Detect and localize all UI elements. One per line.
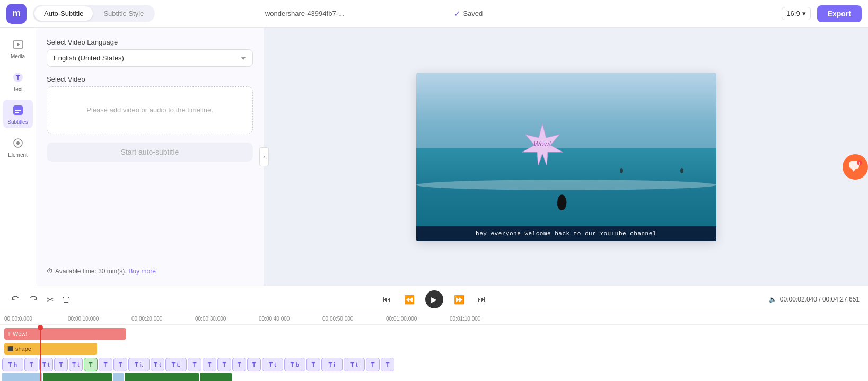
current-time: 00:00:02.040 / 00:04:27.651 <box>780 296 860 303</box>
t-clip-label: T i. <box>135 361 143 368</box>
t-clip-15[interactable]: T <box>247 358 261 371</box>
tab-auto-subtitle[interactable]: Auto-Subtitle <box>34 6 93 21</box>
bottom-area: ✂ 🗑 ⏮ ⏪ ▶ ⏩ ⏭ 🔈 00:00:02.040 / 00:04:27.… <box>0 286 868 381</box>
t-clip-10[interactable]: T t. <box>165 358 187 371</box>
tab-subtitle-style[interactable]: Subtitle Style <box>94 6 153 21</box>
bar-seg-green-3 <box>200 373 232 381</box>
undo-button[interactable] <box>8 293 22 306</box>
export-button[interactable]: Export <box>817 5 862 22</box>
subtitles-icon <box>11 103 25 118</box>
bar-seg-blue-1 <box>2 373 42 381</box>
media-icon <box>11 37 25 52</box>
t-clip-3[interactable]: T <box>54 358 68 371</box>
timeline-ruler: 00:00:0.000 00:00:10.000 00:00:20.000 00… <box>0 313 868 325</box>
chat-support-icon[interactable]: ! <box>843 154 868 180</box>
t-clip-20[interactable]: T t <box>344 358 365 371</box>
video-frame: Wow! hey everyone welcome back to our Yo… <box>416 73 716 241</box>
t-clip-label: T <box>119 361 122 368</box>
t-clip-2[interactable]: T t <box>39 358 53 371</box>
buy-more-link[interactable]: Buy more <box>129 268 156 275</box>
tick-7: 00:01:10.000 <box>450 316 513 322</box>
t-clip-5[interactable]: T <box>84 358 98 371</box>
t-clip-19[interactable]: T i <box>321 358 343 371</box>
delete-button[interactable]: 🗑 <box>60 293 73 306</box>
t-clip-8[interactable]: T i. <box>128 358 150 371</box>
clip-wow[interactable]: T Wow! <box>4 328 126 340</box>
t-clip-11[interactable]: T <box>188 358 201 371</box>
tick-3: 00:00:30.000 <box>195 316 259 322</box>
skip-to-start-button[interactable]: ⏮ <box>381 293 393 306</box>
text-icon: T <box>11 70 25 85</box>
t-clip-7[interactable]: T <box>113 358 127 371</box>
collapse-panel-button[interactable]: ‹ <box>259 147 269 166</box>
t-clip-label: T t <box>72 361 79 368</box>
play-button[interactable]: ▶ <box>425 290 443 308</box>
sidebar-item-media[interactable]: Media <box>3 34 33 63</box>
fast-forward-button[interactable]: ⏩ <box>452 293 467 307</box>
tick-5: 00:00:50.000 <box>322 316 386 322</box>
rewind-button[interactable]: ⏪ <box>402 293 417 307</box>
skip-to-end-button[interactable]: ⏭ <box>475 293 488 306</box>
top-bar: m Auto-Subtitle Subtitle Style wondersha… <box>0 0 868 28</box>
select-language-section: Select Video Language English (United St… <box>47 38 253 67</box>
video-placeholder-text: Please add video or audio to the timelin… <box>86 105 213 116</box>
t-clip-18[interactable]: T <box>306 358 320 371</box>
t-clip-9[interactable]: T t <box>151 358 164 371</box>
t-clip-14[interactable]: T <box>232 358 246 371</box>
t-clip-4[interactable]: T t <box>69 358 83 371</box>
sidebar-item-text[interactable]: T Text <box>3 67 33 95</box>
available-time: ⏱ Available time: 30 min(s). Buy more <box>47 268 253 275</box>
sidebar-item-media-label: Media <box>11 54 25 59</box>
sidebar-item-element[interactable]: Element <box>3 132 33 161</box>
video-drop-area[interactable]: Please add video or audio to the timelin… <box>47 86 253 134</box>
t-clip-13[interactable]: T <box>217 358 231 371</box>
svg-marker-1 <box>17 43 20 46</box>
aspect-ratio-selector[interactable]: 16:9 ▾ <box>782 7 810 20</box>
chevron-down-icon: ▾ <box>802 10 806 17</box>
redo-button[interactable] <box>27 293 40 306</box>
start-autosubtitle-button[interactable]: Start auto-subtitle <box>47 143 253 162</box>
t-clip-label: T t <box>42 361 49 368</box>
tick-4: 00:00:40.000 <box>259 316 322 322</box>
sidebar-item-subtitles[interactable]: Subtitles <box>3 100 33 128</box>
available-time-text: Available time: 30 min(s). <box>55 268 127 275</box>
preview-area: Wow! hey everyone welcome back to our Yo… <box>264 28 868 286</box>
t-clip-21[interactable]: T <box>366 358 380 371</box>
saved-badge: ✓ Saved <box>454 9 483 19</box>
t-clip-16[interactable]: T t <box>262 358 283 371</box>
select-language-label: Select Video Language <box>47 38 253 46</box>
svg-text:T: T <box>16 74 20 82</box>
t-clip-22[interactable]: T <box>381 358 394 371</box>
bottom-bar-track <box>0 373 868 381</box>
tick-6: 00:01:00.000 <box>386 316 450 322</box>
t-clip-label: T <box>89 361 93 368</box>
t-clip-label: T <box>223 361 226 368</box>
cut-button[interactable]: ✂ <box>45 293 56 307</box>
t-clip-1[interactable]: T <box>24 358 38 371</box>
bar-seg-green-2 <box>125 373 199 381</box>
t-clip-6[interactable]: T <box>99 358 112 371</box>
svg-text:!: ! <box>859 162 860 165</box>
wave-foam <box>416 180 716 190</box>
tick-2: 00:00:20.000 <box>131 316 195 322</box>
logo-button[interactable]: m <box>6 4 27 24</box>
t-clip-17[interactable]: T b <box>284 358 305 371</box>
t-clip-label: T <box>30 361 33 368</box>
t-clip-label: T <box>238 361 241 368</box>
volume-icon: 🔈 <box>769 296 777 303</box>
t-clip-12[interactable]: T <box>203 358 216 371</box>
left-panel: Select Video Language English (United St… <box>36 28 264 286</box>
t-clip-label: T t. <box>172 361 181 368</box>
sidebar-item-text-label: Text <box>13 86 22 92</box>
language-select[interactable]: English (United States) <box>47 49 253 67</box>
clip-shape[interactable]: ⬛ shape <box>4 343 97 355</box>
file-name: wondershare-43994fb7-... <box>161 10 448 17</box>
playback-controls: ✂ 🗑 ⏮ ⏪ ▶ ⏩ ⏭ 🔈 00:00:02.040 / 00:04:27.… <box>0 286 868 313</box>
clip-wow-label: Wow! <box>13 331 27 337</box>
tick-0: 00:00:0.000 <box>4 316 68 322</box>
t-clip-label: T <box>193 361 197 368</box>
t-clip-label: T <box>312 361 315 368</box>
svg-marker-11 <box>852 169 856 172</box>
timeline-area[interactable]: 00:00:0.000 00:00:10.000 00:00:20.000 00… <box>0 313 868 381</box>
t-clip-0[interactable]: T h <box>2 358 23 371</box>
